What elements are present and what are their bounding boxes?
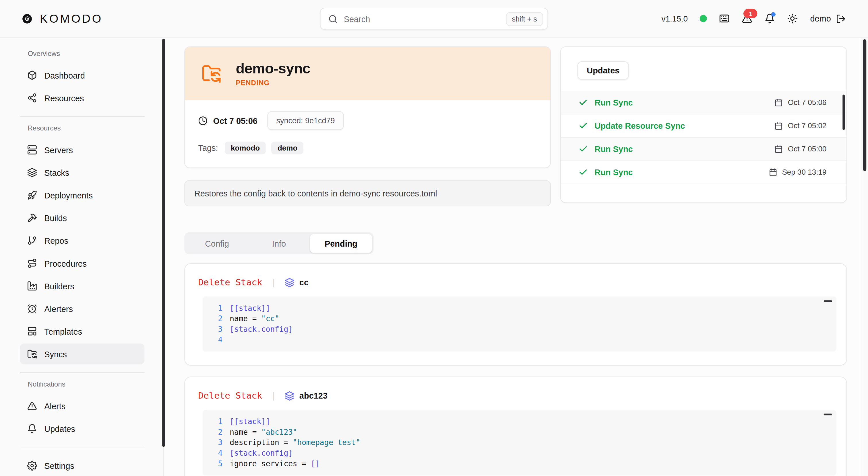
updates-scrollbar-thumb[interactable]	[842, 95, 845, 130]
line-number: 1	[203, 303, 229, 314]
sidebar-item-syncs[interactable]: Syncs	[20, 343, 144, 365]
toml-code-block: 1[[stack]]2name = "abc123"3description =…	[203, 410, 836, 475]
updates-panel: Updates Run SyncOct 7 05:06Update Resour…	[560, 46, 847, 203]
sun-icon	[787, 13, 798, 24]
stack-icon	[284, 391, 294, 401]
code-hscrollbar-thumb[interactable]	[824, 300, 832, 302]
code-token: []	[311, 459, 320, 468]
update-operation-link[interactable]: Run Sync	[594, 167, 632, 177]
sidebar-item-label: Builds	[44, 213, 67, 223]
update-time: Oct 7 05:00	[774, 145, 826, 153]
content-scrollbar-thumb[interactable]	[162, 39, 165, 447]
tag-chip[interactable]: demo	[272, 142, 304, 154]
sidebar-item-label: Builders	[44, 281, 74, 291]
notifications-button[interactable]	[765, 13, 775, 24]
code-hscrollbar-thumb[interactable]	[824, 414, 832, 415]
updates-button[interactable]: Updates	[577, 61, 629, 80]
sidebar-item-settings[interactable]: Settings	[20, 455, 144, 476]
sidebar-item-repos[interactable]: Repos	[20, 230, 144, 251]
sidebar-item-alerts[interactable]: Alerts	[20, 396, 144, 416]
timestamp-label: Oct 7 05:06	[213, 116, 257, 125]
line-number: 1	[203, 416, 229, 427]
alert-count-badge: 1	[744, 9, 757, 19]
tag-chip[interactable]: komodo	[225, 142, 266, 154]
sidebar-item-label: Settings	[44, 461, 74, 470]
calendar-icon	[774, 145, 783, 153]
sidebar-item-label: Stacks	[44, 168, 69, 177]
sidebar-item-alerters[interactable]: Alerters	[20, 298, 144, 319]
update-row[interactable]: Run SyncOct 7 05:06	[561, 91, 846, 114]
sidebar-item-builders[interactable]: Builders	[20, 275, 144, 296]
stack-icon	[284, 277, 294, 287]
pending-cards: Delete Stack|cc1[[stack]]2name = "cc"3[s…	[184, 263, 847, 476]
page-scrollbar-track	[861, 38, 868, 476]
code-line: 1[[stack]]	[203, 416, 836, 427]
brand[interactable]: KOMODO	[22, 12, 103, 25]
header-separator: |	[272, 277, 274, 287]
tab-config[interactable]: Config	[186, 234, 248, 253]
alarm-icon	[27, 304, 37, 314]
pending-change-card: Delete Stack|abc1231[[stack]]2name = "ab…	[184, 376, 847, 476]
page-scrollbar-thumb[interactable]	[863, 39, 867, 171]
code-token: =	[279, 438, 293, 447]
sidebar-item-templates[interactable]: Templates	[20, 321, 144, 342]
code-line: 5ignore_services = []	[203, 458, 836, 469]
network-icon	[27, 93, 37, 103]
header-separator: |	[272, 391, 274, 401]
search-shortcut-badge: shift + s	[506, 12, 543, 26]
pending-card-header: Delete Stack|abc123	[198, 390, 836, 401]
clock-icon	[198, 116, 208, 125]
user-name: demo	[810, 14, 831, 23]
user-menu[interactable]: demo	[810, 13, 846, 24]
tags-label: Tags:	[198, 143, 218, 152]
target-stack-link[interactable]: cc	[284, 277, 309, 287]
update-row[interactable]: Update Resource SyncOct 7 05:02	[561, 114, 846, 138]
header-actions: v1.15.0 1 demo	[661, 13, 846, 24]
alerts-button[interactable]: 1	[742, 13, 753, 24]
sidebar-item-updates[interactable]: Updates	[20, 418, 144, 439]
tab-pending[interactable]: Pending	[310, 234, 372, 253]
code-token: name	[229, 428, 248, 436]
target-stack-name: cc	[299, 278, 309, 287]
keyboard-icon	[719, 13, 730, 24]
update-time: Oct 7 05:02	[774, 122, 826, 130]
keyboard-shortcuts-button[interactable]	[719, 13, 730, 24]
sidebar-section-label: Resources	[28, 125, 144, 132]
code-line: 3[stack.config]	[203, 324, 836, 335]
toml-code-block: 1[[stack]]2name = "cc"3[stack.config]4	[203, 297, 836, 352]
code-text: ignore_services = []	[229, 458, 320, 469]
sidebar-divider	[20, 447, 144, 447]
sidebar-item-deployments[interactable]: Deployments	[20, 185, 144, 206]
update-timestamp: Oct 7 05:00	[788, 145, 827, 153]
update-row[interactable]: Run SyncSep 30 13:19	[561, 161, 846, 184]
search-icon	[329, 14, 338, 24]
top-header: KOMODO Search shift + s v1.15.0 1	[0, 0, 868, 38]
sidebar-item-stacks[interactable]: Stacks	[20, 162, 144, 183]
update-operation-link[interactable]: Update Resource Sync	[594, 121, 685, 131]
sidebar-item-procedures[interactable]: Procedures	[20, 252, 144, 274]
calendar-icon	[774, 98, 783, 107]
target-stack-link[interactable]: abc123	[284, 391, 328, 401]
rocket-icon	[27, 190, 37, 200]
update-operation-link[interactable]: Run Sync	[594, 98, 632, 107]
theme-toggle-button[interactable]	[787, 13, 798, 24]
update-operation-link[interactable]: Run Sync	[594, 144, 632, 154]
app-window: KOMODO Search shift + s v1.15.0 1	[0, 0, 868, 476]
sidebar-item-builds[interactable]: Builds	[20, 207, 144, 228]
code-token: =	[248, 428, 261, 436]
sidebar-item-servers[interactable]: Servers	[20, 139, 144, 160]
tab-info[interactable]: Info	[248, 234, 310, 253]
sidebar-item-resources[interactable]: Resources	[20, 88, 144, 108]
code-text: description = "homepage test"	[229, 437, 360, 448]
update-timestamp: Oct 7 05:02	[788, 122, 827, 130]
folder-sync-icon	[27, 349, 37, 359]
code-text: [[stack]]	[229, 416, 270, 427]
search-input[interactable]: Search shift + s	[320, 8, 548, 30]
sidebar-item-label: Syncs	[44, 349, 67, 359]
pending-card-header: Delete Stack|cc	[198, 277, 836, 287]
sidebar-item-dashboard[interactable]: Dashboard	[20, 65, 144, 86]
sidebar-item-label: Alerters	[44, 304, 73, 313]
main-content: demo-sync PENDING Oct 7 05:06 synced: 9e…	[164, 38, 868, 476]
update-row[interactable]: Run SyncOct 7 05:00	[561, 138, 846, 161]
alert-triangle-icon	[27, 401, 37, 411]
